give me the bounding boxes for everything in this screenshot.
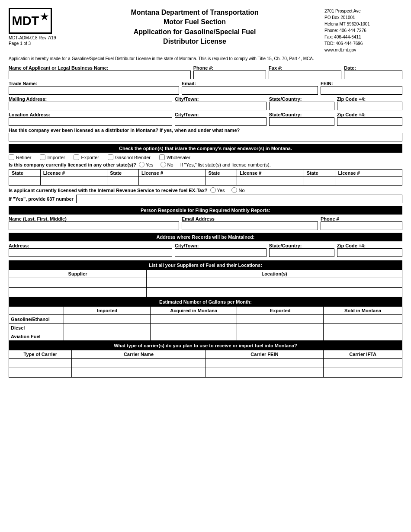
license-cell-3[interactable] [237, 177, 304, 186]
gallons-diesel-imported[interactable] [64, 324, 151, 332]
group-records-state: State/Country: [269, 243, 334, 257]
gallons-gasoline-acquired[interactable] [151, 315, 237, 324]
gallons-aviation-imported[interactable] [64, 332, 151, 341]
gallons-diesel-exported[interactable] [237, 324, 324, 332]
license-cell-1[interactable] [40, 177, 107, 186]
license-cell-4[interactable] [335, 177, 402, 186]
radio-extax-no[interactable]: No [231, 187, 244, 193]
carrier-fein-2[interactable] [206, 368, 324, 378]
phone-input[interactable] [193, 71, 266, 79]
gallons-col1: Imported [64, 307, 151, 315]
mailing-state-input[interactable] [269, 102, 334, 110]
carrier-ifta-header: Carrier IFTA [324, 350, 402, 359]
mailing-city-input[interactable] [175, 102, 267, 110]
license-cell-2[interactable] [138, 177, 206, 186]
gallons-diesel-sold[interactable] [324, 324, 402, 332]
gallons-aviation-exported[interactable] [237, 332, 324, 341]
records-zip-input[interactable] [337, 248, 402, 257]
checkbox-refiner[interactable]: Refiner [9, 154, 31, 160]
location-address-input[interactable] [9, 117, 172, 126]
checkbox-wholesaler[interactable]: Wholesaler [159, 154, 190, 160]
state-header-2: State [107, 170, 139, 177]
radio-extax-no-input[interactable] [231, 187, 237, 193]
refiner-checkbox[interactable] [9, 154, 14, 160]
location-zip-input[interactable] [337, 117, 402, 126]
supplier-col-header: Supplier [9, 270, 147, 278]
gallons-gasoline-sold[interactable] [324, 315, 402, 324]
exporter-checkbox[interactable] [74, 154, 79, 160]
importer-checkbox[interactable] [40, 154, 45, 160]
state-cell-4[interactable] [304, 177, 335, 186]
carrier-name-2[interactable] [72, 368, 206, 378]
radio-other-yes[interactable]: Yes [139, 162, 154, 167]
mailing-zip-input[interactable] [337, 102, 402, 110]
gallons-diesel-acquired[interactable] [151, 324, 237, 332]
carrier-type-2[interactable] [9, 368, 72, 378]
row-trade: Trade Name: Email: FEIN: [9, 81, 402, 95]
license-header-3: License # [237, 170, 304, 177]
radio-other-no-input[interactable] [161, 162, 166, 167]
fax-input[interactable] [269, 71, 341, 79]
checkbox-gasohol[interactable]: Gasohol Blender [108, 154, 151, 160]
gallons-gasoline-imported[interactable] [64, 315, 151, 324]
location-cell-2[interactable] [147, 288, 402, 297]
provide-637-line: If "Yes", provide 637 number [9, 195, 402, 203]
location-city-input[interactable] [175, 117, 267, 126]
endeavors-checkboxes: Refiner Importer Exporter Gasohol Blende… [9, 154, 402, 160]
other-states-no: No [167, 162, 173, 167]
gallons-bar: Estimated Number of Gallons per Month: [9, 298, 402, 307]
gallons-label-aviation: Aviation Fuel [9, 332, 64, 341]
suppliers-table: List all your Suppliers of Fuel and thei… [9, 260, 402, 297]
radio-other-no[interactable]: No [161, 162, 173, 167]
ex-tax-question: Is applicant currently licensed with the… [9, 187, 402, 193]
carrier-ifta-1[interactable] [324, 359, 402, 368]
state-cell-3[interactable] [206, 177, 237, 186]
wholesaler-label: Wholesaler [167, 155, 190, 160]
page-number: Page 1 of 3 [9, 41, 65, 46]
addr2: PO Box 201001 [324, 14, 402, 21]
radio-other-yes-input[interactable] [139, 162, 144, 167]
email-input[interactable] [182, 86, 318, 95]
checkbox-importer[interactable]: Importer [40, 154, 65, 160]
supplier-cell-1[interactable] [9, 278, 147, 288]
report-phone-input[interactable] [321, 221, 402, 230]
svg-text:MDT: MDT [12, 14, 39, 28]
fein-input[interactable] [321, 86, 402, 95]
state-header-4: State [304, 170, 335, 177]
licensed-question-input[interactable] [9, 133, 402, 141]
gallons-aviation-acquired[interactable] [151, 332, 237, 341]
carrier-section: What type of carrier(s) do you plan to u… [9, 341, 402, 378]
applicant-name-input[interactable] [9, 71, 191, 79]
carrier-fein-1[interactable] [206, 359, 324, 368]
location-city-label: City/Town: [175, 112, 267, 117]
gallons-aviation-sold[interactable] [324, 332, 402, 341]
gallons-gasoline-exported[interactable] [237, 315, 324, 324]
carrier-ifta-2[interactable] [324, 368, 402, 378]
records-address-input[interactable] [9, 248, 172, 257]
records-state-label: State/Country: [269, 243, 334, 248]
report-name-input[interactable] [9, 221, 179, 230]
state-cell-2[interactable] [107, 177, 139, 186]
location-state-input[interactable] [269, 117, 334, 126]
trade-name-input[interactable] [9, 86, 179, 95]
radio-extax-yes[interactable]: Yes [210, 187, 225, 193]
report-email-input[interactable] [182, 221, 318, 230]
carrier-name-1[interactable] [72, 359, 206, 368]
records-state-input[interactable] [269, 248, 334, 257]
supplier-cell-2[interactable] [9, 288, 147, 297]
ex-tax-text: Is applicant currently licensed with the… [9, 188, 208, 193]
checkbox-exporter[interactable]: Exporter [74, 154, 99, 160]
mdt-logo: MDT ★ [9, 8, 52, 34]
wholesaler-checkbox[interactable] [159, 154, 165, 160]
mailing-address-input[interactable] [9, 102, 172, 110]
date-input[interactable] [344, 71, 402, 79]
radio-extax-yes-input[interactable] [210, 187, 216, 193]
state-cell-1[interactable] [9, 177, 41, 186]
location-cell-1[interactable] [147, 278, 402, 288]
records-city-input[interactable] [175, 248, 267, 257]
carrier-type-1[interactable] [9, 359, 72, 368]
group-fax: Fax #: [269, 65, 341, 79]
gasohol-checkbox[interactable] [108, 154, 113, 160]
mailing-city-label: City/Town: [175, 96, 267, 102]
provide-637-input[interactable] [76, 195, 402, 203]
